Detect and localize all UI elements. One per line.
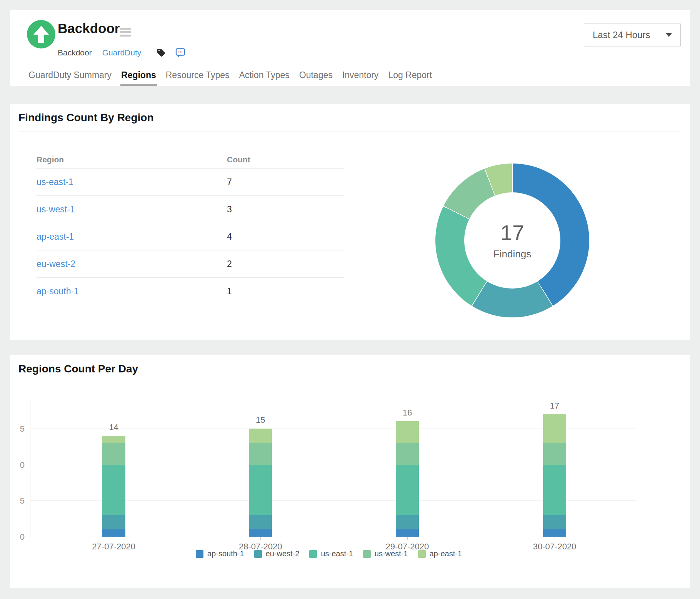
- hamburger-icon[interactable]: [120, 28, 131, 38]
- bar-total-label: 14: [109, 422, 118, 432]
- donut-total-label: Findings: [493, 248, 531, 260]
- breadcrumb-current[interactable]: GuardDuty: [102, 48, 142, 57]
- region-link-us-west-1[interactable]: us-west-1: [37, 204, 75, 215]
- region-count-table: Region Count us-east-1 7 us-west-1 3 ap-…: [37, 151, 344, 305]
- region-count: 3: [227, 204, 232, 215]
- bar-segment-us-west-1[interactable]: [396, 443, 419, 465]
- bar-segment-us-west-1[interactable]: [543, 443, 566, 465]
- tab-resource-types[interactable]: Resource Types: [165, 70, 230, 86]
- bar-segment-us-east-1[interactable]: [396, 465, 419, 515]
- page-title: Backdoor: [58, 20, 120, 37]
- table-row: us-west-1 3: [37, 196, 344, 223]
- legend-swatch: [418, 550, 426, 558]
- chart-legend: ap-south-1 eu-west-2 us-east-1 us-west-1…: [10, 549, 648, 558]
- bar-segment-ap-south-1[interactable]: [543, 529, 566, 537]
- tab-log-report[interactable]: Log Report: [387, 70, 433, 86]
- legend-item-us-east-1[interactable]: us-east-1: [309, 549, 353, 558]
- bar-segment-eu-west-2[interactable]: [249, 515, 272, 529]
- tab-bar: GuardDuty Summary Regions Resource Types…: [28, 70, 433, 86]
- bar-segment-us-east-1[interactable]: [543, 465, 566, 515]
- table-row: us-east-1 7: [37, 169, 344, 196]
- legend-swatch: [363, 550, 371, 558]
- legend-label: us-east-1: [321, 549, 353, 558]
- breadcrumb-parent[interactable]: Backdoor: [58, 48, 92, 57]
- region-link-eu-west-2[interactable]: eu-west-2: [37, 259, 75, 269]
- breadcrumb: Backdoor GuardDuty: [58, 48, 185, 58]
- stacked-bar[interactable]: [396, 421, 419, 537]
- bar-segment-eu-west-2[interactable]: [543, 515, 566, 529]
- x-axis-tick: [260, 537, 261, 540]
- legend-item-us-west-1[interactable]: us-west-1: [363, 549, 408, 558]
- region-link-ap-east-1[interactable]: ap-east-1: [37, 232, 74, 242]
- y-axis-label: 0: [11, 532, 25, 542]
- column-header-count: Count: [227, 155, 250, 164]
- bar-segment-ap-east-1[interactable]: [102, 436, 125, 443]
- stacked-bar[interactable]: [543, 414, 566, 537]
- page: Backdoor Backdoor GuardDuty: [0, 0, 700, 599]
- panel-title: Regions Count Per Day: [18, 363, 138, 375]
- legend-label: ap-south-1: [207, 549, 244, 558]
- time-range-dropdown[interactable]: Last 24 Hours: [584, 23, 681, 47]
- legend-label: ap-east-1: [430, 549, 462, 558]
- bar-segment-ap-east-1[interactable]: [396, 421, 419, 443]
- y-axis-label: 5: [11, 424, 25, 434]
- bar-segment-ap-south-1[interactable]: [396, 529, 419, 537]
- region-link-ap-south-1[interactable]: ap-south-1: [37, 286, 79, 297]
- tag-icon[interactable]: [157, 48, 166, 57]
- regions-per-day-panel: Regions Count Per Day 05051427-07-202015…: [10, 355, 690, 588]
- stacked-bar[interactable]: [249, 429, 272, 537]
- x-axis-tick: [555, 537, 555, 540]
- region-count: 1: [227, 286, 232, 297]
- tab-guardduty-summary[interactable]: GuardDuty Summary: [28, 70, 112, 86]
- legend-label: us-west-1: [375, 549, 408, 558]
- findings-donut-chart[interactable]: 17 Findings: [435, 164, 589, 317]
- table-header-row: Region Count: [37, 151, 344, 169]
- tab-regions[interactable]: Regions: [120, 70, 157, 86]
- severity-up-icon: [27, 20, 55, 48]
- panel-title: Findings Count By Region: [18, 112, 154, 124]
- tab-inventory[interactable]: Inventory: [342, 70, 380, 86]
- legend-swatch: [309, 550, 317, 558]
- chevron-down-icon: [666, 33, 672, 37]
- table-row: ap-south-1 1: [37, 278, 344, 305]
- bar-segment-us-west-1[interactable]: [102, 443, 125, 465]
- tab-outages[interactable]: Outages: [298, 70, 333, 86]
- legend-item-ap-south-1[interactable]: ap-south-1: [196, 549, 244, 558]
- region-count: 2: [227, 259, 232, 269]
- x-axis-tick: [407, 537, 408, 540]
- bar-segment-us-east-1[interactable]: [102, 465, 125, 515]
- header-card: Backdoor Backdoor GuardDuty: [10, 10, 690, 86]
- divider: [18, 385, 682, 385]
- bar-segment-ap-east-1[interactable]: [543, 414, 566, 443]
- bar-segment-ap-south-1[interactable]: [102, 529, 125, 537]
- table-row: eu-west-2 2: [37, 250, 344, 278]
- y-axis-label: 0: [11, 460, 25, 471]
- time-range-value: Last 24 Hours: [593, 30, 650, 40]
- divider: [18, 132, 682, 132]
- bar-total-label: 17: [550, 401, 559, 411]
- bar-segment-us-east-1[interactable]: [249, 465, 272, 515]
- donut-total-value: 17: [500, 221, 524, 244]
- comment-icon[interactable]: [175, 48, 185, 58]
- bar-plot: 05051427-07-20201528-07-20201629-07-2020…: [30, 399, 637, 537]
- tab-action-types[interactable]: Action Types: [238, 70, 290, 86]
- bar-segment-eu-west-2[interactable]: [102, 515, 125, 529]
- x-axis-tick: [114, 537, 114, 540]
- donut-center: 17 Findings: [464, 192, 560, 289]
- legend-item-eu-west-2[interactable]: eu-west-2: [254, 549, 300, 558]
- bar-segment-ap-south-1[interactable]: [249, 529, 272, 537]
- findings-count-panel: Findings Count By Region Region Count us…: [10, 104, 690, 340]
- legend-item-ap-east-1[interactable]: ap-east-1: [418, 549, 462, 558]
- bar-total-label: 15: [256, 415, 265, 425]
- stacked-bar[interactable]: [102, 436, 125, 537]
- region-link-us-east-1[interactable]: us-east-1: [37, 177, 73, 187]
- bar-segment-us-west-1[interactable]: [249, 443, 272, 465]
- bar-segment-ap-east-1[interactable]: [249, 429, 272, 443]
- y-axis-label: 5: [11, 496, 25, 506]
- legend-swatch: [254, 550, 262, 558]
- gridline: [30, 537, 637, 537]
- region-count: 4: [227, 232, 232, 242]
- bar-total-label: 16: [403, 408, 412, 418]
- legend-label: eu-west-2: [266, 549, 300, 558]
- bar-segment-eu-west-2[interactable]: [396, 515, 419, 529]
